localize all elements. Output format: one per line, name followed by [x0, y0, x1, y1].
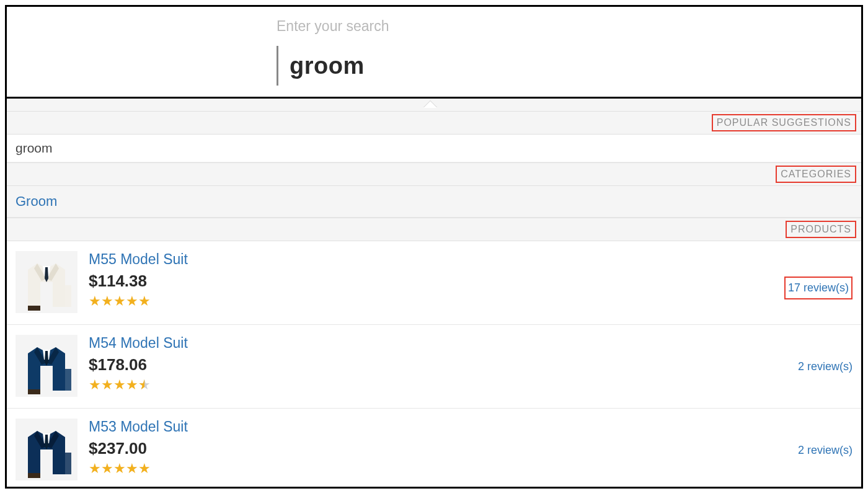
star-half-icon: ★: [138, 378, 151, 392]
svg-rect-1: [54, 285, 71, 307]
product-thumbnail: [16, 418, 78, 480]
section-label-products: PRODUCTS: [786, 221, 856, 238]
star-icon: ★: [113, 378, 126, 392]
star-icon: ★: [113, 462, 126, 476]
search-input-row[interactable]: groom: [277, 46, 861, 86]
product-item[interactable]: M53 Model Suit $237.00 ★★★★★ 2 review(s): [7, 409, 861, 489]
star-icon: ★: [113, 294, 126, 308]
product-rating: ★★★★★: [89, 462, 188, 476]
product-price: $114.38: [89, 272, 188, 291]
star-icon: ★: [138, 462, 151, 476]
search-area: Enter your search groom: [7, 7, 861, 99]
product-info: M54 Model Suit $178.06 ★★★★★: [89, 335, 188, 392]
product-rating: ★★★★★: [89, 378, 188, 392]
product-price: $178.06: [89, 355, 188, 374]
search-input-value[interactable]: groom: [290, 53, 365, 79]
star-icon: ★: [126, 462, 138, 476]
svg-rect-4: [54, 369, 71, 391]
autocomplete-dropdown: POPULAR SUGGESTIONS groom CATEGORIES Gro…: [7, 99, 861, 489]
section-header-products: PRODUCTS: [7, 218, 861, 241]
search-placeholder-label: Enter your search: [277, 18, 861, 35]
product-item[interactable]: M54 Model Suit $178.06 ★★★★★ 2 review(s): [7, 325, 861, 409]
product-info: M55 Model Suit $114.38 ★★★★★: [89, 251, 188, 308]
product-name[interactable]: M54 Model Suit: [89, 335, 188, 352]
star-icon: ★: [101, 378, 113, 392]
star-icon: ★: [89, 294, 101, 308]
product-reviews-link[interactable]: 2 review(s): [798, 360, 852, 373]
star-icon: ★: [126, 378, 138, 392]
app-frame: Enter your search groom POPULAR SUGGESTI…: [5, 5, 863, 489]
product-thumbnail: [16, 335, 78, 397]
suggestion-text: groom: [16, 141, 53, 155]
product-item[interactable]: M55 Model Suit $114.38 ★★★★★ 17 review(s…: [7, 241, 861, 325]
dropdown-arrow-row: [7, 99, 861, 111]
section-label-popular-suggestions: POPULAR SUGGESTIONS: [712, 114, 856, 131]
product-thumbnail: [16, 251, 78, 313]
products-list: M55 Model Suit $114.38 ★★★★★ 17 review(s…: [7, 241, 861, 489]
product-reviews-link[interactable]: 17 review(s): [784, 277, 852, 299]
dropdown-arrow-icon: [423, 101, 437, 108]
section-header-categories: CATEGORIES: [7, 162, 861, 186]
product-image-icon: [16, 251, 78, 313]
star-icon: ★: [101, 294, 113, 308]
product-name[interactable]: M55 Model Suit: [89, 251, 188, 268]
section-label-categories: CATEGORIES: [776, 166, 856, 183]
product-name[interactable]: M53 Model Suit: [89, 418, 188, 435]
product-image-icon: [16, 418, 78, 480]
svg-rect-8: [28, 473, 40, 478]
product-image-icon: [16, 335, 78, 397]
section-header-popular-suggestions: POPULAR SUGGESTIONS: [7, 111, 861, 135]
product-rating: ★★★★★: [89, 294, 188, 308]
svg-rect-2: [28, 306, 40, 311]
text-cursor: [277, 46, 278, 86]
star-icon: ★: [101, 462, 113, 476]
star-icon: ★: [126, 294, 138, 308]
svg-rect-7: [54, 453, 71, 474]
star-icon: ★: [138, 294, 151, 308]
category-text: Groom: [16, 193, 57, 209]
product-info: M53 Model Suit $237.00 ★★★★★: [89, 418, 188, 476]
star-icon: ★: [89, 378, 101, 392]
star-icon: ★: [89, 462, 101, 476]
suggestion-item[interactable]: groom: [7, 135, 861, 162]
category-item[interactable]: Groom: [7, 186, 861, 218]
svg-rect-5: [28, 389, 40, 394]
product-price: $237.00: [89, 439, 188, 458]
product-reviews-link[interactable]: 2 review(s): [798, 444, 852, 457]
